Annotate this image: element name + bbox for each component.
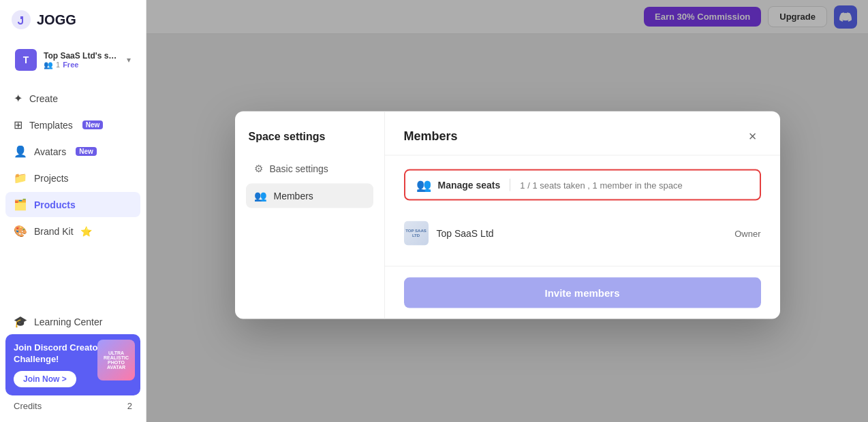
- sidebar-item-avatars[interactable]: 👤 Avatars New: [5, 139, 140, 164]
- sidebar-nav: ✦ Create ⊞ Templates New 👤 Avatars New 📁…: [0, 80, 146, 249]
- modal-footer: Invite members: [385, 266, 780, 319]
- workspace-name: Top SaaS Ltd's sp...: [44, 51, 120, 61]
- templates-icon: ⊞: [14, 118, 22, 131]
- manage-seats-icon: 👥: [416, 178, 431, 193]
- modal-sidebar-item-basic-settings[interactable]: ⚙ Basic settings: [246, 157, 373, 181]
- close-button[interactable]: ×: [745, 128, 761, 144]
- seats-info: 1 / 1 seats taken , 1 member in the spac…: [520, 180, 682, 190]
- sidebar-bottom: 🎓 Learning Center ULTRA REALISTIC PHOTO …: [0, 304, 146, 422]
- member-name: Top SaaS Ltd: [437, 228, 727, 239]
- discord-thumb: ULTRA REALISTIC PHOTO AVATAR: [97, 340, 135, 380]
- members-icon: 👥: [254, 190, 267, 202]
- jogg-logo-icon: [11, 10, 31, 30]
- workspace-avatar: T: [15, 49, 37, 71]
- brand-kit-icon: 🎨: [14, 225, 27, 238]
- modal-sidebar-title: Space settings: [246, 131, 373, 143]
- modal-inner: Space settings ⚙ Basic settings 👥 Member…: [235, 112, 780, 319]
- credits-count: 2: [127, 401, 132, 411]
- modal-sidebar: Space settings ⚙ Basic settings 👥 Member…: [235, 112, 385, 319]
- modal-sidebar-item-members[interactable]: 👥 Members: [246, 184, 373, 208]
- join-now-button[interactable]: Join Now >: [14, 371, 76, 387]
- main-content: Earn 30% Commission Upgrade Space settin…: [146, 0, 868, 422]
- sidebar: JOGG T Top SaaS Ltd's sp... 👥 1 Free ▾ ✦…: [0, 0, 146, 422]
- invite-members-button[interactable]: Invite members: [404, 278, 761, 308]
- sidebar-item-projects[interactable]: 📁 Projects: [5, 165, 140, 191]
- credits-row: Credits 2: [5, 395, 140, 417]
- logo-text: JOGG: [37, 12, 76, 28]
- avatars-icon: 👤: [14, 145, 27, 158]
- workspace-meta: 👥 1 Free: [44, 61, 120, 69]
- credits-label: Credits: [14, 401, 42, 411]
- member-avatar: TOP SAAS LTD: [404, 221, 429, 246]
- modal-body: 👥 Manage seats 1 / 1 seats taken , 1 mem…: [385, 156, 780, 266]
- create-icon: ✦: [14, 92, 22, 105]
- learning-icon: 🎓: [14, 315, 27, 328]
- products-icon: 🗂️: [14, 198, 27, 211]
- sidebar-item-learning-center[interactable]: 🎓 Learning Center: [5, 309, 140, 334]
- chevron-down-icon: ▾: [127, 55, 131, 65]
- sidebar-item-templates[interactable]: ⊞ Templates New: [5, 112, 140, 137]
- modal-main: Members × 👥 Manage seats 1 / 1 seats tak…: [385, 112, 780, 319]
- sidebar-item-create[interactable]: ✦ Create: [5, 86, 140, 111]
- workspace-info: Top SaaS Ltd's sp... 👥 1 Free: [44, 51, 120, 69]
- member-row: TOP SAAS LTD Top SaaS Ltd Owner: [404, 214, 761, 253]
- modal-header: Members ×: [385, 112, 780, 156]
- member-role: Owner: [734, 228, 760, 238]
- modal-title: Members: [404, 129, 458, 143]
- discord-promo-card: ULTRA REALISTIC PHOTO AVATAR Join Discor…: [5, 334, 140, 395]
- sidebar-item-brand-kit[interactable]: 🎨 Brand Kit ⭐: [5, 218, 140, 244]
- projects-icon: 📁: [14, 172, 27, 184]
- settings-modal: Space settings ⚙ Basic settings 👥 Member…: [235, 112, 780, 319]
- seats-divider: [510, 179, 510, 191]
- manage-seats-box: 👥 Manage seats 1 / 1 seats taken , 1 mem…: [404, 169, 761, 201]
- logo-area: JOGG: [0, 0, 146, 39]
- settings-icon: ⚙: [254, 163, 263, 175]
- manage-seats-button[interactable]: Manage seats: [438, 180, 501, 191]
- svg-point-0: [12, 10, 31, 29]
- workspace-selector[interactable]: T Top SaaS Ltd's sp... 👥 1 Free ▾: [5, 42, 140, 78]
- sidebar-item-products[interactable]: 🗂️ Products: [5, 192, 140, 217]
